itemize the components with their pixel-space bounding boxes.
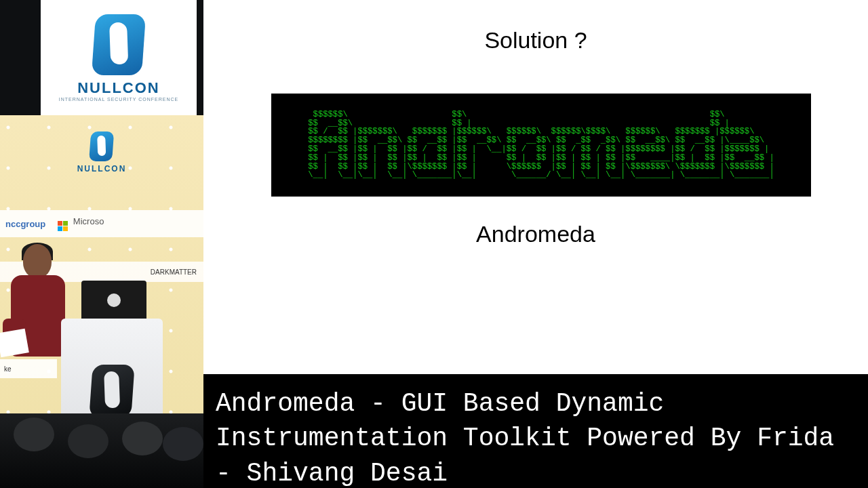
presentation-slide: Solution ? $$$$$$\ $$\ $$\ $$ __$$\ $$ | bbox=[203, 0, 868, 374]
caption-line-3: - Shivang Desai bbox=[216, 456, 857, 488]
sponsor-darkmatter: DARKMATTER bbox=[151, 268, 197, 276]
laptop bbox=[81, 281, 146, 320]
nullcon-subtitle: INTERNATIONAL SECURITY CONFERENCE bbox=[59, 97, 178, 102]
sponsor-row: nccgroup Microso bbox=[0, 210, 203, 237]
audience bbox=[0, 413, 203, 488]
video-caption: Andromeda - GUI Based Dynamic Instrument… bbox=[203, 374, 868, 488]
nullcon-mark-icon bbox=[89, 131, 114, 161]
video-frame: NULLCON INTERNATIONAL SECURITY CONFERENC… bbox=[0, 0, 868, 488]
laptop-logo-icon bbox=[107, 293, 121, 307]
stage-backdrop: NULLCON nccgroup Microso DARKMATTER bbox=[0, 115, 203, 488]
corner-logo: NULLCON INTERNATIONAL SECURITY CONFERENC… bbox=[41, 0, 197, 115]
speaker-head bbox=[23, 244, 52, 278]
ascii-banner: $$$$$$\ $$\ $$\ $$ __$$\ $$ | $$ | $$ / … bbox=[271, 94, 811, 197]
sponsor-nccgroup: nccgroup bbox=[5, 219, 45, 229]
backdrop-logo: NULLCON bbox=[77, 131, 127, 174]
sponsor-row-3: ke bbox=[0, 359, 57, 378]
sponsor-microsoft-label: Microso bbox=[73, 216, 104, 226]
slide-title: Solution ? bbox=[203, 27, 868, 54]
nullcon-wordmark: NULLCON bbox=[77, 164, 127, 174]
microsoft-icon bbox=[58, 221, 68, 231]
nullcon-mark-icon bbox=[92, 14, 146, 75]
caption-line-2: Instrumentation Toolkit Powered By Frida bbox=[216, 421, 857, 455]
nullcon-mark-icon bbox=[89, 365, 134, 418]
sponsor-microsoft: Microso bbox=[58, 216, 104, 231]
slide-label: Andromeda bbox=[203, 221, 868, 247]
ascii-art: $$$$$$\ $$\ $$\ $$ __$$\ $$ | $$ | $$ / … bbox=[303, 110, 779, 180]
sponsor-fragment: ke bbox=[4, 365, 12, 373]
caption-line-1: Andromeda - GUI Based Dynamic bbox=[216, 386, 857, 421]
camera-feed: NULLCON INTERNATIONAL SECURITY CONFERENC… bbox=[0, 0, 203, 488]
speaker-paper bbox=[0, 329, 29, 358]
nullcon-wordmark: NULLCON bbox=[77, 79, 160, 97]
